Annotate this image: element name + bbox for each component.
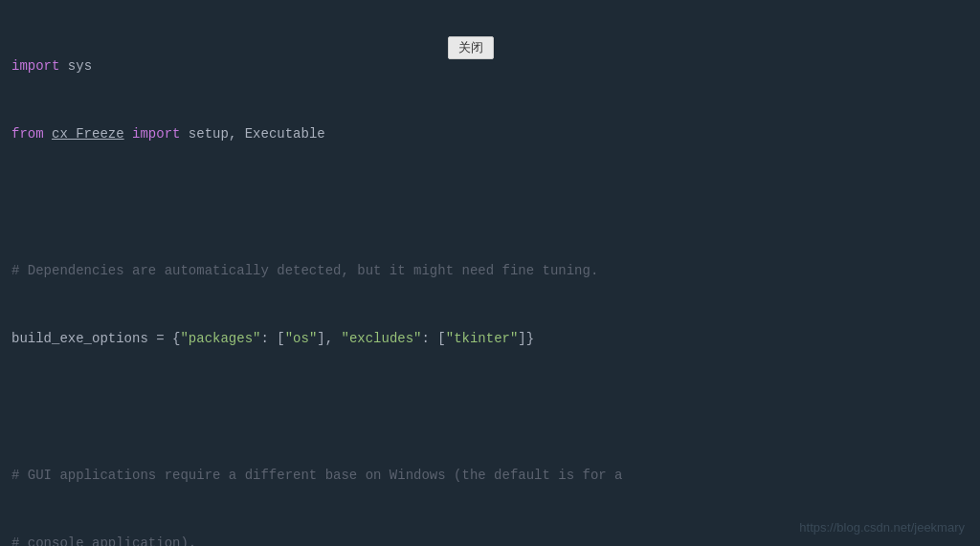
line-4: # Dependencies are automatically detecte… — [11, 260, 969, 283]
watermark: https://blog.csdn.net/jeekmary — [799, 520, 965, 535]
line-7: # GUI applications require a different b… — [11, 465, 969, 488]
line-5: build_exe_options = {"packages": ["os"],… — [11, 328, 969, 351]
code-editor: import sys from cx_Freeze import setup, … — [0, 0, 980, 546]
line-8: # console application). — [11, 533, 969, 546]
line-3 — [11, 191, 969, 214]
line-2: from cx_Freeze import setup, Executable — [11, 123, 969, 146]
line-6 — [11, 397, 969, 420]
close-button[interactable]: 关闭 — [448, 36, 494, 59]
